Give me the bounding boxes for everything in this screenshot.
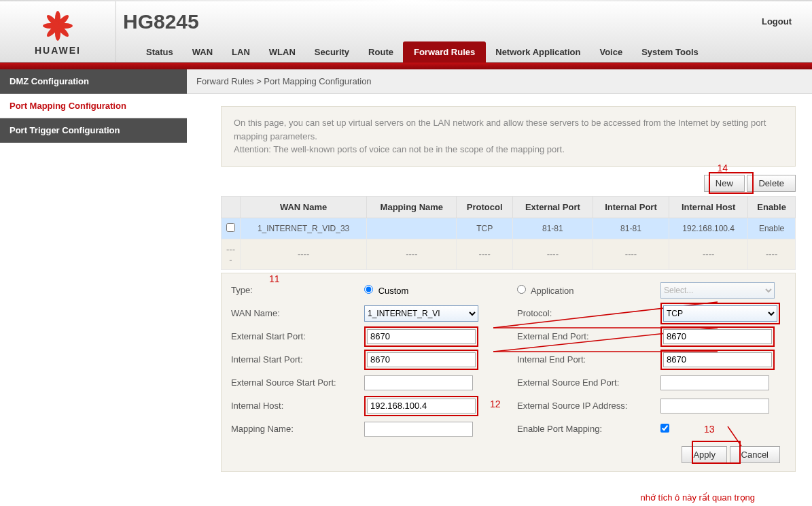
annotation-note: nhớ tích ô này rất quan trọng	[640, 492, 755, 503]
int-start-label: Internal Start Port:	[222, 354, 364, 365]
table-row[interactable]: 1_INTERNET_R_VID_33 TCP 81-81 81-81 192.…	[222, 218, 796, 239]
header: HUAWEI HG8245 Logout Status WAN LAN WLAN…	[0, 1, 812, 63]
logo: HUAWEI	[0, 8, 116, 56]
th-wan-name: WAN Name	[241, 196, 367, 218]
int-end-label: Internal End Port:	[510, 354, 656, 365]
cell-enable: Enable	[748, 218, 796, 239]
wan-name-select[interactable]: 1_INTERNET_R_VI	[364, 305, 478, 322]
protocol-label: Protocol:	[517, 308, 552, 318]
annotation-13: 13	[704, 424, 715, 435]
annotation-11: 11	[269, 273, 280, 284]
nav-wan[interactable]: WAN	[183, 43, 222, 61]
int-start-input[interactable]	[367, 352, 476, 367]
ext-src-start-input[interactable]	[364, 375, 473, 390]
cell-wan-name: 1_INTERNET_R_VID_33	[241, 218, 367, 239]
form-box: Type: Custom Application Select... WAN N…	[221, 273, 796, 472]
mapping-name-input[interactable]	[364, 422, 473, 437]
nav-system-tools[interactable]: System Tools	[632, 43, 708, 61]
annotation-12: 12	[490, 399, 501, 409]
page-title: HG8245	[123, 10, 199, 33]
sidebar-item-port-trigger[interactable]: Port Trigger Configuration	[0, 118, 187, 143]
ext-src-ip-input[interactable]	[660, 399, 769, 414]
th-enable: Enable	[748, 196, 796, 218]
row-checkbox[interactable]	[226, 223, 235, 232]
nav-status[interactable]: Status	[137, 43, 183, 61]
th-internal-port: Internal Port	[593, 196, 669, 218]
type-application-radio[interactable]	[517, 285, 526, 294]
ext-src-ip-label: External Source IP Address:	[510, 401, 656, 411]
description-line2: Attention: The well-known ports of voice…	[234, 143, 783, 156]
ext-start-input[interactable]	[367, 329, 476, 344]
int-host-input[interactable]	[367, 399, 476, 414]
description-box: On this page, you can set up virtual ser…	[221, 106, 796, 167]
type-custom-text: Custom	[378, 286, 409, 296]
cell-int-port: 81-81	[593, 218, 669, 239]
int-end-input[interactable]	[663, 352, 772, 367]
ext-src-end-label: External Source End Port:	[510, 377, 656, 388]
nav-lan[interactable]: LAN	[222, 43, 260, 61]
table-header-row: WAN Name Mapping Name Protocol External …	[222, 196, 796, 218]
type-label: Type:	[222, 285, 364, 295]
ext-end-label: External End Port:	[510, 331, 656, 341]
mapping-name-label: Mapping Name:	[222, 424, 364, 434]
ext-start-label: External Start Port:	[222, 331, 364, 341]
th-external-port: External Port	[512, 196, 593, 218]
th-mapping-name: Mapping Name	[367, 196, 457, 218]
nav-security[interactable]: Security	[305, 43, 359, 61]
cell-protocol: TCP	[457, 218, 512, 239]
huawei-logo-icon	[41, 8, 75, 42]
application-select: Select...	[660, 282, 775, 299]
ext-end-input[interactable]	[663, 329, 772, 344]
enable-checkbox[interactable]	[660, 424, 669, 433]
cell-int-host: 192.168.100.4	[669, 218, 748, 239]
description-line1: On this page, you can set up virtual ser…	[234, 116, 783, 143]
nav-network-application[interactable]: Network Application	[486, 43, 590, 61]
th-protocol: Protocol	[457, 196, 512, 218]
th-check	[222, 196, 241, 218]
nav-route[interactable]: Route	[359, 43, 403, 61]
enable-label: Enable Port Mapping:	[510, 424, 656, 434]
apply-button[interactable]: Apply	[682, 446, 727, 463]
int-host-label: Internal Host:	[222, 401, 364, 411]
cell-ext-port: 81-81	[512, 218, 593, 239]
ext-src-end-input[interactable]	[660, 375, 769, 390]
port-mapping-table: WAN Name Mapping Name Protocol External …	[221, 196, 796, 270]
sidebar-item-dmz[interactable]: DMZ Configuration	[0, 69, 187, 94]
cancel-button[interactable]: Cancel	[730, 446, 780, 463]
annotation-14: 14	[717, 163, 728, 173]
type-application-text: Application	[531, 286, 574, 296]
logout-link[interactable]: Logout	[762, 16, 792, 27]
nav-voice[interactable]: Voice	[590, 43, 632, 61]
brand-text: HUAWEI	[35, 45, 81, 56]
red-bar	[0, 63, 812, 69]
nav-wlan[interactable]: WLAN	[260, 43, 305, 61]
new-button[interactable]: New	[704, 175, 745, 192]
ext-src-start-label: External Source Start Port:	[222, 377, 364, 388]
protocol-select[interactable]: TCP	[663, 305, 777, 322]
sidebar-item-port-mapping[interactable]: Port Mapping Configuration	[0, 94, 187, 118]
breadcrumb: Forward Rules > Port Mapping Configurati…	[187, 69, 812, 94]
sidebar: DMZ Configuration Port Mapping Configura…	[0, 69, 187, 506]
content: Forward Rules > Port Mapping Configurati…	[187, 69, 812, 506]
cell-mapping-name	[367, 218, 457, 239]
table-dash-row: ---- ---- ---- ---- ---- ---- ---- ----	[222, 239, 796, 269]
type-custom-radio[interactable]	[364, 285, 373, 294]
th-internal-host: Internal Host	[669, 196, 748, 218]
nav-forward-rules[interactable]: Forward Rules	[403, 41, 486, 63]
main-nav: Status WAN LAN WLAN Security Route Forwa…	[116, 41, 812, 62]
wan-name-label: WAN Name:	[222, 308, 364, 318]
delete-button[interactable]: Delete	[747, 175, 796, 192]
